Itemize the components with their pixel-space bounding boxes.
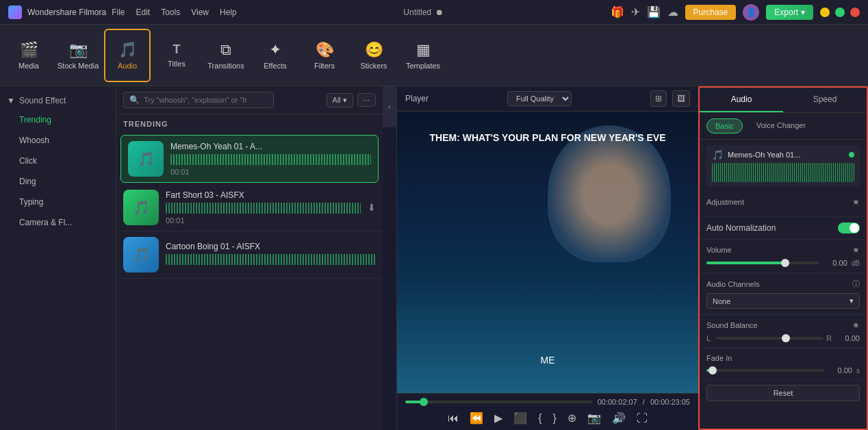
search-input[interactable] (144, 96, 246, 104)
filters-icon: 🎨 (316, 41, 334, 59)
sound-name-1: Memes-Oh Yeah 01 - A... (170, 142, 371, 151)
fade-in-thumb[interactable] (709, 366, 717, 375)
filter-chevron-icon: ▾ (343, 96, 347, 105)
sidebar-collapse-button[interactable]: ‹ (383, 86, 396, 127)
auto-normalization-section: Auto Normalization (700, 217, 867, 240)
sound-item-3[interactable]: 🎵 Cartoon Boing 01 - AISFX (116, 231, 383, 279)
sound-info-1: Memes-Oh Yeah 01 - A... 00:01 (170, 142, 371, 176)
toolbar: 🎬 Media 📷 Stock Media 🎵 Audio T Titles ⧉… (0, 25, 868, 86)
sidebar-item-trending[interactable]: Trending (0, 110, 116, 130)
sidebar-item-typing[interactable]: Typing (0, 192, 116, 212)
titles-icon: T (173, 42, 181, 57)
sound-balance-thumb[interactable] (782, 334, 790, 342)
purchase-button[interactable]: Purchase (685, 5, 737, 20)
volume-thumb[interactable] (781, 259, 789, 267)
tool-stock-media[interactable]: 📷 Stock Media (55, 29, 101, 82)
audio-track-preview: 🎵 Memes-Oh Yeah 01... (706, 145, 860, 186)
lr-slider-row: L R 0.00 (706, 334, 860, 342)
search-box[interactable]: 🔍 (123, 92, 274, 108)
snapshot-button[interactable]: 📷 (585, 410, 604, 426)
tab-audio[interactable]: Audio (700, 88, 783, 112)
gift-icon[interactable]: 🎁 (611, 5, 624, 18)
menu-file[interactable]: File (112, 8, 125, 17)
trending-label: TRENDING (116, 114, 383, 134)
menu-view[interactable]: View (191, 8, 209, 17)
tool-transitions[interactable]: ⧉ Transitions (203, 29, 249, 82)
portrait-view-button[interactable]: 🖼 (672, 90, 690, 107)
sound-item-1[interactable]: 🎵 Memes-Oh Yeah 01 - A... 00:01 (120, 135, 379, 183)
left-label: L (706, 334, 713, 342)
sidebar-item-click[interactable]: Click (0, 151, 116, 171)
sound-thumb-1: 🎵 (128, 141, 164, 177)
share-icon[interactable]: ✈ (631, 5, 640, 18)
skip-back-button[interactable]: ⏮ (445, 411, 461, 426)
title-bar: Wondershare Filmora File Edit Tools View… (0, 0, 868, 25)
project-title: Untitled (403, 8, 431, 17)
time-separator: / (643, 398, 645, 406)
tool-audio[interactable]: 🎵 Audio (104, 29, 151, 82)
mark-out-button[interactable]: } (550, 411, 559, 426)
auto-normalization-toggle[interactable] (838, 223, 860, 233)
filter-all-button[interactable]: All ▾ (327, 93, 353, 108)
app-name: Wondershare Filmora (27, 8, 106, 17)
tab-speed[interactable]: Speed (783, 88, 867, 112)
tool-transitions-label: Transitions (207, 62, 244, 70)
fullscreen-button[interactable]: ⛶ (634, 411, 650, 426)
preview-icons: ⊞ 🖼 (650, 90, 690, 107)
control-buttons: ⏮ ⏪ ▶ ⬛ { } ⊕ 📷 🔊 ⛶ (405, 410, 690, 426)
export-button[interactable]: Export ▾ (766, 5, 813, 20)
video-person (548, 125, 671, 262)
volume-label: Volume ★ (706, 245, 860, 255)
filter-more-button[interactable]: ··· (357, 93, 376, 107)
sidebar-item-ding[interactable]: Ding (0, 171, 116, 192)
tool-effects[interactable]: ✦ Effects (252, 29, 298, 82)
maximize-button[interactable] (835, 8, 845, 17)
tool-media[interactable]: 🎬 Media (5, 29, 52, 82)
volume-slider-row: 0.00 dB (706, 259, 860, 267)
grid-view-button[interactable]: ⊞ (650, 90, 667, 107)
insert-button[interactable]: ⊕ (565, 410, 579, 426)
tool-templates[interactable]: ▦ Templates (400, 29, 446, 82)
auto-normalization-label: Auto Normalization (706, 223, 776, 233)
audio-channels-section: Audio Channels ⓘ None ▾ (700, 273, 867, 315)
subtab-basic[interactable]: Basic (706, 118, 743, 134)
download-icon-2[interactable]: ⬇ (368, 202, 376, 213)
title-bar-center: Untitled ⏺ (403, 8, 444, 17)
fade-in-slider[interactable] (706, 369, 824, 372)
menu-edit[interactable]: Edit (136, 8, 151, 17)
app-logo (8, 5, 22, 19)
minimize-button[interactable] (820, 8, 830, 17)
quality-select[interactable]: Full Quality (507, 91, 572, 106)
fade-in-unit: s (856, 367, 860, 375)
tool-audio-label: Audio (118, 62, 137, 70)
cloud-icon[interactable]: ☁ (667, 5, 678, 18)
audio-channels-dropdown[interactable]: None ▾ (706, 293, 860, 309)
tool-stickers[interactable]: 😊 Stickers (350, 29, 397, 82)
play-button[interactable]: ▶ (492, 410, 505, 426)
volume-button[interactable]: 🔊 (609, 410, 628, 426)
progress-thumb[interactable] (420, 398, 428, 406)
main-layout: ▼ Sound Effect Trending Whoosh Click Din… (0, 86, 868, 430)
volume-slider[interactable] (706, 262, 819, 264)
volume-section: Volume ★ 0.00 dB (700, 240, 867, 273)
sound-balance-slider[interactable] (716, 337, 824, 340)
sound-item-2[interactable]: 🎵 Fart Short 03 - AISFX 00:01 ⬇ (116, 184, 383, 231)
menu-tools[interactable]: Tools (161, 8, 180, 17)
step-back-button[interactable]: ⏪ (467, 410, 486, 426)
reset-button[interactable]: Reset (706, 385, 860, 401)
mark-in-button[interactable]: { (535, 411, 544, 426)
save-icon[interactable]: 💾 (647, 5, 661, 18)
fade-in-value: 0.00 (828, 366, 852, 375)
preview-header: Player Full Quality ⊞ 🖼 (397, 86, 698, 112)
menu-help[interactable]: Help (220, 8, 237, 17)
sidebar-item-camera[interactable]: Camera & Fl... (0, 212, 116, 233)
stop-button[interactable]: ⬛ (511, 410, 530, 426)
tool-titles[interactable]: T Titles (153, 29, 200, 82)
progress-bar[interactable] (405, 401, 592, 403)
dropdown-chevron-icon: ▾ (850, 296, 854, 305)
subtab-voice-changer[interactable]: Voice Changer (748, 118, 814, 134)
tool-filters[interactable]: 🎨 Filters (301, 29, 348, 82)
user-avatar[interactable]: 👤 (743, 4, 759, 21)
close-button[interactable] (850, 8, 860, 17)
sidebar-item-whoosh[interactable]: Whoosh (0, 130, 116, 151)
